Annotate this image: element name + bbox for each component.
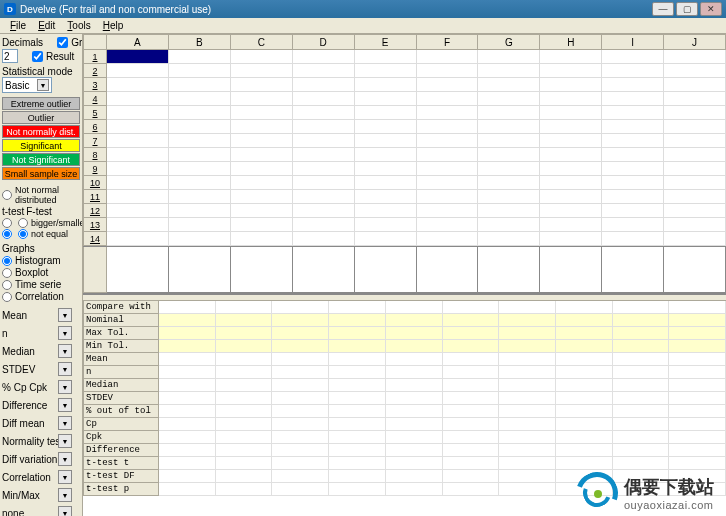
stat-cell[interactable]: [272, 366, 329, 379]
grid-cell[interactable]: [231, 78, 293, 92]
stat-cell[interactable]: [216, 379, 273, 392]
extreme-outlier-button[interactable]: Extreme outlier: [2, 97, 80, 110]
grid-cell[interactable]: [478, 204, 540, 218]
stat-cell[interactable]: [613, 483, 670, 496]
column-header[interactable]: D: [293, 34, 355, 50]
stat-cell[interactable]: [499, 314, 556, 327]
stat-cell[interactable]: [669, 418, 726, 431]
stat-row-header[interactable]: % out of tol: [83, 405, 159, 418]
grid-cell[interactable]: [231, 92, 293, 106]
stat-select[interactable]: Mean▼: [2, 307, 80, 323]
grid-cell[interactable]: [169, 218, 231, 232]
grid-cell[interactable]: [107, 148, 169, 162]
result-checkbox[interactable]: [32, 51, 43, 62]
grid-cell[interactable]: [169, 106, 231, 120]
stat-cell[interactable]: [499, 470, 556, 483]
stat-cell[interactable]: [443, 483, 500, 496]
grid-cell[interactable]: [169, 50, 231, 64]
stat-select[interactable]: Median▼: [2, 343, 80, 359]
grid-cell[interactable]: [355, 176, 417, 190]
stat-cell[interactable]: [159, 431, 216, 444]
stat-row-header[interactable]: Cp: [83, 418, 159, 431]
stat-cell[interactable]: [216, 366, 273, 379]
stat-cell[interactable]: [669, 379, 726, 392]
stat-cell[interactable]: [159, 392, 216, 405]
outlier-button[interactable]: Outlier: [2, 111, 80, 124]
stat-cell[interactable]: [272, 431, 329, 444]
grid-cell[interactable]: [355, 78, 417, 92]
grid-cell[interactable]: [107, 64, 169, 78]
stat-cell[interactable]: [443, 470, 500, 483]
grid-cell[interactable]: [664, 176, 726, 190]
column-header[interactable]: G: [478, 34, 540, 50]
grid-cell[interactable]: [417, 120, 479, 134]
stat-cell[interactable]: [499, 405, 556, 418]
grid-cell[interactable]: [478, 176, 540, 190]
grid-cell[interactable]: [417, 232, 479, 246]
grid-cell[interactable]: [664, 232, 726, 246]
grid-cell[interactable]: [293, 78, 355, 92]
grid-cell[interactable]: [540, 232, 602, 246]
grid-cell[interactable]: [478, 232, 540, 246]
stat-cell[interactable]: [669, 340, 726, 353]
stat-cell[interactable]: [216, 457, 273, 470]
stat-cell[interactable]: [159, 379, 216, 392]
row-header[interactable]: 4: [83, 92, 107, 106]
stat-cell[interactable]: [669, 470, 726, 483]
stat-select[interactable]: none▼: [2, 505, 80, 516]
grid-cell[interactable]: [417, 92, 479, 106]
small-sample-button[interactable]: Small sample size: [2, 167, 80, 180]
stat-cell[interactable]: [556, 444, 613, 457]
grid-cell[interactable]: [540, 78, 602, 92]
stat-cell[interactable]: [329, 418, 386, 431]
stat-cell[interactable]: [329, 431, 386, 444]
grid-cell[interactable]: [664, 92, 726, 106]
stat-cell[interactable]: [499, 444, 556, 457]
stat-cell[interactable]: [499, 340, 556, 353]
stat-row-header[interactable]: STDEV: [83, 392, 159, 405]
stat-cell[interactable]: [556, 379, 613, 392]
row-header[interactable]: 2: [83, 64, 107, 78]
stat-cell[interactable]: [159, 457, 216, 470]
stat-cell[interactable]: [386, 301, 443, 314]
stat-cell[interactable]: [329, 457, 386, 470]
grid-cell[interactable]: [664, 134, 726, 148]
stat-cell[interactable]: [669, 301, 726, 314]
stat-cell[interactable]: [386, 470, 443, 483]
stat-cell[interactable]: [216, 301, 273, 314]
menu-file[interactable]: File: [4, 20, 32, 31]
stat-cell[interactable]: [613, 379, 670, 392]
grid-cell[interactable]: [417, 78, 479, 92]
stat-row-header[interactable]: t-test DF: [83, 470, 159, 483]
row-header[interactable]: 7: [83, 134, 107, 148]
stat-cell[interactable]: [613, 405, 670, 418]
grid-cell[interactable]: [107, 218, 169, 232]
stat-cell[interactable]: [272, 418, 329, 431]
stat-cell[interactable]: [159, 470, 216, 483]
stat-mode-select[interactable]: Basic ▼: [2, 77, 52, 93]
stat-cell[interactable]: [556, 483, 613, 496]
grid-cell[interactable]: [540, 148, 602, 162]
row-header[interactable]: 5: [83, 106, 107, 120]
grid-cell[interactable]: [231, 190, 293, 204]
stat-cell[interactable]: [216, 431, 273, 444]
grid-cell[interactable]: [355, 92, 417, 106]
stat-cell[interactable]: [329, 444, 386, 457]
stat-row-header[interactable]: Mean: [83, 353, 159, 366]
grid-cell[interactable]: [293, 134, 355, 148]
row-header[interactable]: 6: [83, 120, 107, 134]
stat-cell[interactable]: [272, 483, 329, 496]
grid-cell[interactable]: [540, 120, 602, 134]
column-header[interactable]: J: [664, 34, 726, 50]
stat-cell[interactable]: [329, 327, 386, 340]
stat-cell[interactable]: [669, 327, 726, 340]
grid-cell[interactable]: [478, 92, 540, 106]
grid-cell[interactable]: [231, 176, 293, 190]
stat-select[interactable]: Difference▼: [2, 397, 80, 413]
not-normal-radio[interactable]: [2, 190, 12, 200]
stat-cell[interactable]: [386, 418, 443, 431]
grid-cell[interactable]: [417, 106, 479, 120]
stat-row-header[interactable]: Median: [83, 379, 159, 392]
stat-cell[interactable]: [272, 340, 329, 353]
stat-cell[interactable]: [329, 314, 386, 327]
